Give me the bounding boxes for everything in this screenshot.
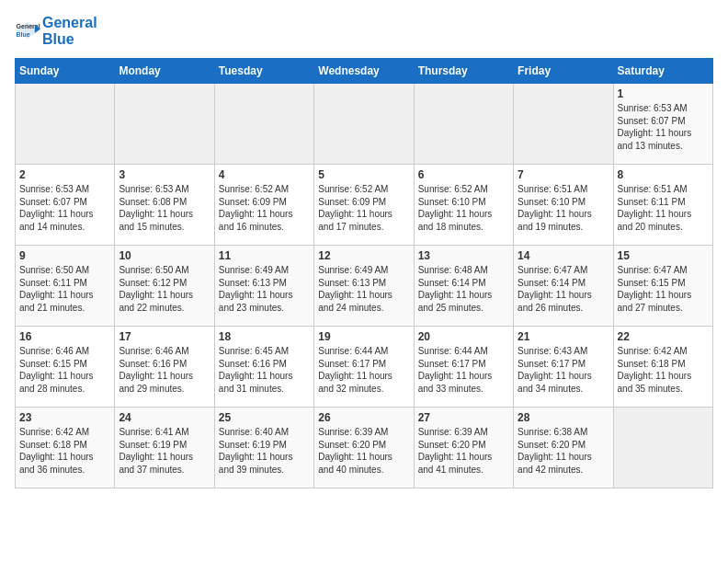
calendar-cell: 21Sunrise: 6:43 AM Sunset: 6:17 PM Dayli… [514,327,613,408]
day-detail: Sunrise: 6:49 AM Sunset: 6:13 PM Dayligh… [219,264,310,314]
day-number: 26 [318,411,409,424]
calendar-cell: 23Sunrise: 6:42 AM Sunset: 6:18 PM Dayli… [16,408,115,488]
calendar-cell: 26Sunrise: 6:39 AM Sunset: 6:20 PM Dayli… [314,408,414,488]
day-number: 16 [19,330,110,343]
day-number: 7 [518,168,609,181]
day-number: 28 [518,411,609,424]
calendar-cell: 27Sunrise: 6:39 AM Sunset: 6:20 PM Dayli… [414,408,513,488]
day-detail: Sunrise: 6:53 AM Sunset: 6:07 PM Dayligh… [618,102,709,152]
weekday-header-row: SundayMondayTuesdayWednesdayThursdayFrid… [16,59,713,84]
weekday-header-monday: Monday [115,59,214,84]
logo: General Blue GeneralBlue [15,15,97,47]
calendar-cell: 12Sunrise: 6:49 AM Sunset: 6:13 PM Dayli… [314,246,414,327]
calendar-cell: 18Sunrise: 6:45 AM Sunset: 6:16 PM Dayli… [214,327,313,408]
calendar-cell: 25Sunrise: 6:40 AM Sunset: 6:19 PM Dayli… [214,408,313,488]
page-header: General Blue GeneralBlue [15,15,713,47]
day-detail: Sunrise: 6:38 AM Sunset: 6:20 PM Dayligh… [518,426,609,476]
calendar-cell: 16Sunrise: 6:46 AM Sunset: 6:15 PM Dayli… [16,327,115,408]
day-number: 27 [418,411,509,424]
day-detail: Sunrise: 6:52 AM Sunset: 6:10 PM Dayligh… [418,183,509,233]
day-number: 2 [19,168,110,181]
day-number: 18 [219,330,310,343]
calendar-week-row: 16Sunrise: 6:46 AM Sunset: 6:15 PM Dayli… [16,327,713,408]
day-detail: Sunrise: 6:39 AM Sunset: 6:20 PM Dayligh… [318,426,409,476]
weekday-header-thursday: Thursday [414,59,513,84]
calendar-cell: 8Sunrise: 6:51 AM Sunset: 6:11 PM Daylig… [613,165,712,246]
day-number: 24 [119,411,210,424]
day-number: 3 [119,168,210,181]
day-number: 20 [418,330,509,343]
weekday-header-sunday: Sunday [16,59,115,84]
day-number: 23 [19,411,110,424]
day-number: 21 [518,330,609,343]
calendar-cell [16,84,115,165]
day-detail: Sunrise: 6:41 AM Sunset: 6:19 PM Dayligh… [119,426,210,476]
day-number: 5 [318,168,409,181]
day-number: 15 [618,249,709,262]
calendar-cell: 4Sunrise: 6:52 AM Sunset: 6:09 PM Daylig… [214,165,313,246]
logo-text: GeneralBlue [42,15,97,47]
day-number: 13 [418,249,509,262]
calendar-cell: 24Sunrise: 6:41 AM Sunset: 6:19 PM Dayli… [115,408,214,488]
calendar-cell: 14Sunrise: 6:47 AM Sunset: 6:14 PM Dayli… [514,246,613,327]
day-number: 14 [518,249,609,262]
calendar-cell: 13Sunrise: 6:48 AM Sunset: 6:14 PM Dayli… [414,246,513,327]
day-detail: Sunrise: 6:50 AM Sunset: 6:12 PM Dayligh… [119,264,210,314]
weekday-header-tuesday: Tuesday [214,59,313,84]
calendar-cell: 2Sunrise: 6:53 AM Sunset: 6:07 PM Daylig… [16,165,115,246]
day-detail: Sunrise: 6:49 AM Sunset: 6:13 PM Dayligh… [318,264,409,314]
day-number: 22 [618,330,709,343]
calendar-cell: 3Sunrise: 6:53 AM Sunset: 6:08 PM Daylig… [115,165,214,246]
calendar-cell: 28Sunrise: 6:38 AM Sunset: 6:20 PM Dayli… [514,408,613,488]
calendar-cell: 9Sunrise: 6:50 AM Sunset: 6:11 PM Daylig… [16,246,115,327]
day-detail: Sunrise: 6:52 AM Sunset: 6:09 PM Dayligh… [318,183,409,233]
day-number: 4 [219,168,310,181]
day-detail: Sunrise: 6:51 AM Sunset: 6:10 PM Dayligh… [518,183,609,233]
day-number: 11 [219,249,310,262]
day-detail: Sunrise: 6:46 AM Sunset: 6:15 PM Dayligh… [19,345,110,395]
day-detail: Sunrise: 6:44 AM Sunset: 6:17 PM Dayligh… [418,345,509,395]
weekday-header-saturday: Saturday [613,59,712,84]
calendar-cell: 10Sunrise: 6:50 AM Sunset: 6:12 PM Dayli… [115,246,214,327]
calendar-cell: 17Sunrise: 6:46 AM Sunset: 6:16 PM Dayli… [115,327,214,408]
day-detail: Sunrise: 6:42 AM Sunset: 6:18 PM Dayligh… [19,426,110,476]
calendar-cell: 5Sunrise: 6:52 AM Sunset: 6:09 PM Daylig… [314,165,414,246]
calendar-cell: 6Sunrise: 6:52 AM Sunset: 6:10 PM Daylig… [414,165,513,246]
calendar-table: SundayMondayTuesdayWednesdayThursdayFrid… [15,58,713,488]
day-detail: Sunrise: 6:42 AM Sunset: 6:18 PM Dayligh… [618,345,709,395]
logo-icon: General Blue [15,20,40,40]
day-number: 9 [19,249,110,262]
day-detail: Sunrise: 6:47 AM Sunset: 6:15 PM Dayligh… [618,264,709,314]
day-detail: Sunrise: 6:50 AM Sunset: 6:11 PM Dayligh… [19,264,110,314]
day-number: 25 [219,411,310,424]
calendar-cell: 22Sunrise: 6:42 AM Sunset: 6:18 PM Dayli… [613,327,712,408]
calendar-cell: 7Sunrise: 6:51 AM Sunset: 6:10 PM Daylig… [514,165,613,246]
calendar-week-row: 9Sunrise: 6:50 AM Sunset: 6:11 PM Daylig… [16,246,713,327]
calendar-cell: 15Sunrise: 6:47 AM Sunset: 6:15 PM Dayli… [613,246,712,327]
day-number: 19 [318,330,409,343]
day-number: 6 [418,168,509,181]
calendar-week-row: 2Sunrise: 6:53 AM Sunset: 6:07 PM Daylig… [16,165,713,246]
day-number: 12 [318,249,409,262]
day-detail: Sunrise: 6:47 AM Sunset: 6:14 PM Dayligh… [518,264,609,314]
calendar-cell: 11Sunrise: 6:49 AM Sunset: 6:13 PM Dayli… [214,246,313,327]
day-number: 17 [119,330,210,343]
calendar-cell: 1Sunrise: 6:53 AM Sunset: 6:07 PM Daylig… [613,84,712,165]
calendar-cell: 20Sunrise: 6:44 AM Sunset: 6:17 PM Dayli… [414,327,513,408]
calendar-cell [314,84,414,165]
day-detail: Sunrise: 6:52 AM Sunset: 6:09 PM Dayligh… [219,183,310,233]
day-detail: Sunrise: 6:39 AM Sunset: 6:20 PM Dayligh… [418,426,509,476]
day-number: 1 [618,87,709,100]
day-number: 10 [119,249,210,262]
calendar-cell [613,408,712,488]
day-detail: Sunrise: 6:48 AM Sunset: 6:14 PM Dayligh… [418,264,509,314]
day-detail: Sunrise: 6:53 AM Sunset: 6:07 PM Dayligh… [19,183,110,233]
day-detail: Sunrise: 6:51 AM Sunset: 6:11 PM Dayligh… [618,183,709,233]
day-detail: Sunrise: 6:43 AM Sunset: 6:17 PM Dayligh… [518,345,609,395]
day-detail: Sunrise: 6:40 AM Sunset: 6:19 PM Dayligh… [219,426,310,476]
day-number: 8 [618,168,709,181]
calendar-cell [414,84,513,165]
calendar-week-row: 1Sunrise: 6:53 AM Sunset: 6:07 PM Daylig… [16,84,713,165]
weekday-header-friday: Friday [514,59,613,84]
calendar-cell [514,84,613,165]
